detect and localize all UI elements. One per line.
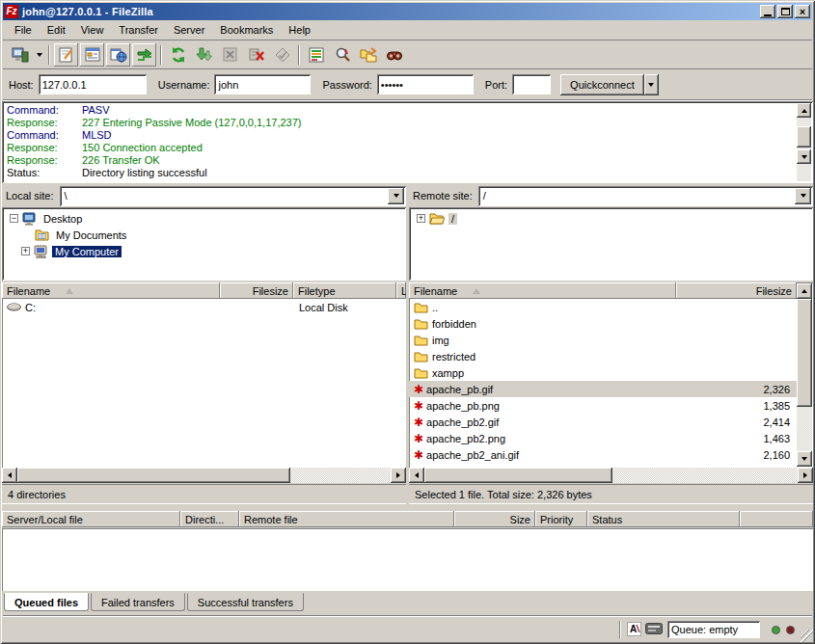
filename-filters-icon[interactable] [330,43,354,67]
remote-file-row[interactable]: ✱apache_pb2.gif 2,414 [409,414,797,430]
log-scrollbar[interactable] [797,103,811,181]
disconnect-icon[interactable] [244,43,268,67]
password-input[interactable] [377,74,474,94]
menu-view[interactable]: View [73,22,112,38]
remote-file-row[interactable]: ✱apache_pb2_ani.gif 2,160 [409,446,797,463]
close-button[interactable]: × [795,5,810,18]
sort-ascending-icon [66,288,73,294]
toggle-local-tree-icon[interactable] [80,43,104,67]
file-size: 2,326 [676,384,797,395]
remote-file-row[interactable]: ✱apache_pb.png 1,385 [409,397,797,414]
file-size: 1,463 [676,433,797,444]
tree-item-desktop[interactable]: − Desktop [2,210,406,227]
local-file-row[interactable]: C: Local Disk [2,299,406,315]
tab-queued-files[interactable]: Queued files [4,593,89,611]
tree-item-my-documents[interactable]: My Documents [2,227,406,243]
menu-help[interactable]: Help [281,22,318,38]
tree-item-my-computer[interactable]: + My Computer [2,243,406,259]
menu-file[interactable]: File [7,22,40,38]
refresh-icon[interactable] [166,43,190,67]
scroll-down-button[interactable] [797,451,812,467]
username-input[interactable] [214,74,311,94]
remote-vertical-scrollbar[interactable] [797,283,812,467]
file-search-icon[interactable] [382,43,406,67]
remote-horizontal-scrollbar[interactable] [409,468,813,483]
queue-list-area[interactable] [2,528,813,591]
remote-file-row[interactable]: restricted [409,348,797,364]
scroll-left-button[interactable] [2,468,17,483]
computer-icon [34,245,48,258]
scroll-down-button[interactable] [797,149,811,164]
site-manager-dropdown[interactable] [33,43,45,67]
quickconnect-dropdown[interactable] [644,74,659,95]
remote-site-combo[interactable]: / [478,186,813,206]
toggle-remote-tree-icon[interactable] [106,43,130,67]
column-header-direction[interactable]: Directi... [180,511,239,527]
tab-failed-transfers[interactable]: Failed transfers [91,593,185,611]
folder-icon [414,318,428,330]
maximize-button[interactable] [777,5,793,18]
column-header-filesize[interactable]: Filesize [220,282,293,299]
activity-led-red [786,626,795,634]
remote-file-row[interactable]: xampp [409,364,797,381]
minimize-button[interactable] [760,5,775,18]
collapse-icon[interactable]: − [10,214,18,223]
site-manager-icon[interactable] [8,43,32,67]
host-input[interactable] [39,74,147,94]
expand-icon[interactable]: + [417,214,425,223]
reconnect-icon[interactable] [270,43,294,67]
local-site-combo[interactable]: \ [60,186,406,206]
column-header-priority[interactable]: Priority [535,511,587,527]
column-header-empty [740,511,813,527]
column-header-server-local-file[interactable]: Server/Local file [2,511,180,527]
remote-file-row[interactable]: img [409,332,797,348]
column-header-size[interactable]: Size [454,511,535,527]
port-input[interactable] [512,74,551,94]
remote-file-row[interactable]: ✱apache_pb2.png 1,463 [409,430,797,446]
scrollbar-thumb[interactable] [17,468,290,483]
remote-file-row[interactable]: forbidden [409,315,797,332]
scroll-right-button[interactable] [798,468,813,483]
column-header-lastmodified[interactable]: L [396,282,406,299]
file-name: img [432,335,449,346]
menu-bookmarks[interactable]: Bookmarks [212,22,281,38]
scrollbar-thumb[interactable] [797,126,811,148]
menu-server[interactable]: Server [166,22,212,38]
statusbar-divider [619,621,621,638]
remote-file-row-selected[interactable]: ✱apache_pb.gif 2,326 [409,381,797,397]
column-header-filename[interactable]: Filename [409,282,676,299]
quickconnect-button[interactable]: Quickconnect [560,74,644,95]
sort-ascending-icon [473,288,480,294]
combo-dropdown-button[interactable] [795,188,811,204]
local-horizontal-scrollbar[interactable] [2,468,406,483]
tab-successful-transfers[interactable]: Successful transfers [187,593,304,611]
scroll-up-button[interactable] [797,283,812,299]
scrollbar-thumb[interactable] [424,468,612,483]
scroll-right-button[interactable] [391,468,406,483]
column-header-status[interactable]: Status [587,511,740,527]
cancel-operation-icon[interactable] [218,43,242,67]
column-header-filetype[interactable]: Filetype [293,282,396,299]
synchronized-browsing-icon[interactable] [356,43,380,67]
title-bar[interactable]: Fz john@127.0.0.1 - FileZilla × [3,3,812,20]
resize-grip[interactable] [801,630,813,642]
menu-edit[interactable]: Edit [40,22,73,38]
remote-file-row[interactable]: .. [409,299,797,315]
toggle-transfer-queue-icon[interactable] [132,43,156,67]
scroll-up-button[interactable] [797,103,811,118]
directory-comparison-icon[interactable] [304,43,328,67]
column-header-filename[interactable]: Filename [2,282,220,299]
menu-transfer[interactable]: Transfer [111,22,166,38]
username-label: Username: [158,79,210,91]
column-header-remote-file[interactable]: Remote file [239,511,454,527]
scrollbar-thumb[interactable] [797,299,812,407]
expand-icon[interactable]: + [21,247,30,255]
remote-site-label: Remote site: [409,190,478,201]
file-name: apache_pb2_ani.gif [426,449,519,461]
tree-item-root[interactable]: + / [409,210,813,227]
column-header-filesize[interactable]: Filesize [676,282,797,299]
process-queue-icon[interactable] [192,43,216,67]
combo-dropdown-button[interactable] [388,188,404,204]
scroll-left-button[interactable] [409,468,424,483]
toggle-message-log-icon[interactable] [54,43,78,67]
